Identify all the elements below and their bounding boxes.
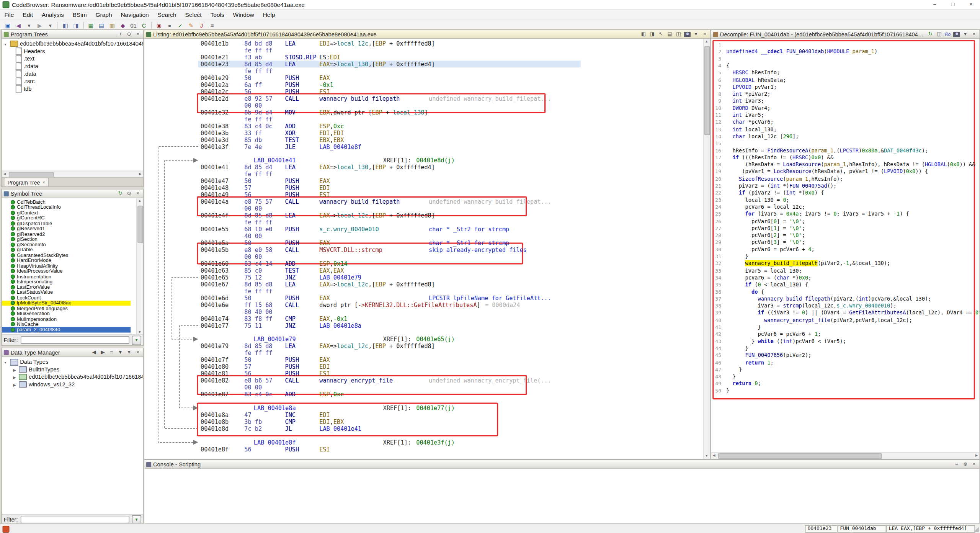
listing-line[interactable]: 00401e8f56PUSHESI: [144, 446, 703, 453]
decompile-line[interactable]: 42 pcVar6 = pcVar6 + 1;: [711, 331, 979, 338]
listing-line[interactable]: 00401e6083 c4 14ADDESP,0x14: [144, 260, 703, 267]
program-tree-node-Headers[interactable]: Headers: [16, 47, 45, 55]
symbol-tree-item[interactable]: NlsCache: [2, 322, 131, 327]
program-trees-header[interactable]: Program Trees +⊙×: [2, 30, 143, 39]
symbol-tree-item[interactable]: MuiImpersonation: [2, 316, 131, 322]
symbol-tree-item[interactable]: GdiThreadLocalInfo: [2, 205, 131, 210]
decompile-line[interactable]: 3: [711, 56, 979, 62]
listing-line[interactable]: 00401e3f7e 4eJLELAB_00401e8f: [144, 143, 703, 150]
scroll-thumb[interactable]: [137, 206, 143, 243]
back-icon[interactable]: ◀: [91, 349, 98, 356]
dtm-archive-node[interactable]: ▶BuiltInTypes: [13, 366, 59, 373]
symbol-tree-header[interactable]: Symbol Tree ↻⊙×: [2, 190, 143, 198]
decompile-line[interactable]: 31 }: [711, 253, 979, 260]
cursor-location-icon[interactable]: ↖: [658, 31, 665, 38]
symbol-tree-item[interactable]: LockCount: [2, 295, 131, 301]
pin-icon[interactable]: ⊙: [126, 190, 132, 197]
listing-line[interactable]: 00401e8d7c b2JLLAB_00401e41: [144, 425, 703, 432]
listing-line[interactable]: 00401e4956PUSHESI: [144, 191, 703, 198]
console-output[interactable]: [144, 469, 979, 524]
program-tree-tab[interactable]: Program Tree ×: [4, 178, 49, 186]
decompile-line[interactable]: 34 pcVar6 = (char *)0x0;: [711, 275, 979, 281]
decompile-line[interactable]: 49 return 0;: [711, 380, 979, 387]
decompile-hscrollbar[interactable]: [711, 452, 979, 459]
decompile-line[interactable]: 46 return 1;: [711, 359, 979, 366]
listing-line[interactable]: 00401e2950PUSHEAX: [144, 74, 703, 81]
copy-icon[interactable]: ◧: [640, 31, 647, 38]
scroll-thumb[interactable]: [718, 453, 882, 459]
scroll-right-icon[interactable]: [137, 171, 143, 177]
listing-line[interactable]: 00401e3883 c4 0cADDESP,0xc: [144, 123, 703, 129]
decompile-line[interactable]: 36 do {: [711, 288, 979, 295]
decompile-line[interactable]: 26 pcVar6[0] = '\0';: [711, 218, 979, 225]
clear-console-icon[interactable]: ⊗: [962, 461, 969, 468]
listing-bytes-continuation[interactable]: fe ff ff: [144, 47, 703, 54]
listing-line[interactable]: 00401e328b 9d d4MOVEBX,dword ptr [EBP + …: [144, 109, 703, 116]
decompile-line[interactable]: 39 if ((iVar3 != 0) || (DVar4 = GetFileA…: [711, 310, 979, 317]
chevron-down-icon[interactable]: ▾: [693, 31, 699, 38]
menu-bsim[interactable]: BSim: [68, 11, 91, 18]
menu-graph[interactable]: Graph: [91, 11, 116, 18]
symbol-tree-item[interactable]: GuaranteedStackBytes: [2, 253, 131, 258]
listing-line[interactable]: 00401e418d 85 d4LEAEAX=>local_130,[EBP +…: [144, 164, 703, 171]
edit-fields-icon[interactable]: ▤: [666, 31, 673, 38]
listing-line[interactable]: 00401e3d85 dbTESTEBX,EBX: [144, 136, 703, 143]
decompile-line[interactable]: 9 int iVar3;: [711, 98, 979, 105]
listing-bytes-continuation[interactable]: fe ff ff: [144, 116, 703, 123]
program-tree-node-data[interactable]: .data: [16, 70, 36, 78]
decompile-line[interactable]: 16 hResInfo = FindResourceA(param_1,(LPC…: [711, 147, 979, 154]
decompile-line[interactable]: 30 pcVar6 = pcVar6 + 4;: [711, 246, 979, 253]
symbol-tree-item[interactable]: IsImpersonating: [2, 279, 131, 284]
close-icon[interactable]: ×: [134, 190, 141, 197]
listing-bytes-continuation[interactable]: fe ff ff: [144, 67, 703, 74]
listing-line[interactable]: 00401e4857PUSHEDI: [144, 185, 703, 191]
xref-address[interactable]: 00401e8d(j): [416, 157, 455, 164]
symbol-tree-item[interactable]: Instrumentation: [2, 274, 131, 279]
close-icon[interactable]: ×: [134, 349, 141, 356]
xref-address[interactable]: 00401e65(j): [416, 336, 455, 343]
listing-bytes-continuation[interactable]: 00 00: [144, 205, 703, 212]
listing-line[interactable]: 00401e8b3b fbCMPEDI,EBX: [144, 418, 703, 425]
decompile-line[interactable]: 35 if (0 < local_130) {: [711, 281, 979, 288]
ro-icon[interactable]: Ro: [944, 31, 951, 38]
program-tree-node-tdb[interactable]: tdb: [16, 85, 32, 93]
menu-select[interactable]: Select: [181, 11, 206, 18]
listing-bytes-continuation[interactable]: 00 00: [144, 102, 703, 109]
decompile-line[interactable]: 47 }: [711, 366, 979, 373]
listing-line[interactable]: 00401e6eff 15 68CALLdword ptr [->KERNEL3…: [144, 301, 703, 308]
status-alert-icon[interactable]: [3, 526, 10, 533]
decompile-line[interactable]: 33 iVar5 = local_130;: [711, 267, 979, 274]
symbol-tree-vscrollbar[interactable]: [136, 198, 143, 335]
listing-line[interactable]: 00401e2de8 92 57CALLwannacry_build_filep…: [144, 95, 703, 102]
paste-icon[interactable]: ◨: [649, 31, 656, 38]
decompile-line[interactable]: 11 int iVar5;: [711, 112, 979, 119]
listing-line[interactable]: 00401e7775 11JNZLAB_00401e8a: [144, 322, 703, 329]
filter-icon[interactable]: ▼: [117, 349, 124, 356]
program-tree-node-text[interactable]: .text: [16, 55, 34, 63]
symbol-tree-item[interactable]: glCurrentRC: [2, 215, 131, 221]
decompile-line[interactable]: 18 (hResData = LoadResource(param_1,hRes…: [711, 161, 979, 168]
listing-line[interactable]: 00401e8a47INCEDI: [144, 411, 703, 418]
symbol-tree-item[interactable]: IdealProcessorValue: [2, 268, 131, 274]
close-button[interactable]: ×: [962, 0, 980, 9]
listing-line[interactable]: 00401e6385 c0TESTEAX,EAX: [144, 267, 703, 274]
menu-window[interactable]: Window: [229, 11, 258, 18]
symbol-tree-item[interactable]: glTable: [2, 247, 131, 253]
listing-line[interactable]: 00401e8057PUSHEDI: [144, 363, 703, 370]
program-tree-root[interactable]: ▾ed01ebfbc9eb5bbea545af4d01bf5f107166184…: [4, 40, 143, 47]
listing-line[interactable]: 00401e6575 12JNZLAB_00401e79: [144, 274, 703, 281]
menu-file[interactable]: File: [0, 11, 18, 18]
symbol-tree-item[interactable]: HeapVirtualAffinity: [2, 263, 131, 268]
listing-line[interactable]: 00401e5568 10 e0PUSHs_c.wnry_0040e010cha…: [144, 226, 703, 232]
listing-line[interactable]: 00401e21f3 abSTOSD.REPES:EDI: [144, 54, 703, 60]
filter-options-icon[interactable]: ▼: [132, 515, 141, 524]
listing-bytes-continuation[interactable]: 40 00: [144, 232, 703, 239]
scroll-up-icon[interactable]: [704, 39, 709, 44]
chevron-down-icon[interactable]: ▾: [962, 31, 969, 38]
symbol-tree-item[interactable]: HardErrorMode: [2, 258, 131, 263]
decompile-line[interactable]: 37 wannacry_build_filepath(piVar2,(int)p…: [711, 296, 979, 302]
listing-line[interactable]: 00401e82e8 b6 57CALLwannacry_encrypt_fil…: [144, 377, 703, 384]
decompile-line[interactable]: 29 pcVar6[3] = '\0';: [711, 239, 979, 246]
maximize-button[interactable]: □: [944, 0, 962, 9]
listing-line[interactable]: 00401e678d 85 d8LEAEAX=>local_12c,[EBP +…: [144, 281, 703, 288]
